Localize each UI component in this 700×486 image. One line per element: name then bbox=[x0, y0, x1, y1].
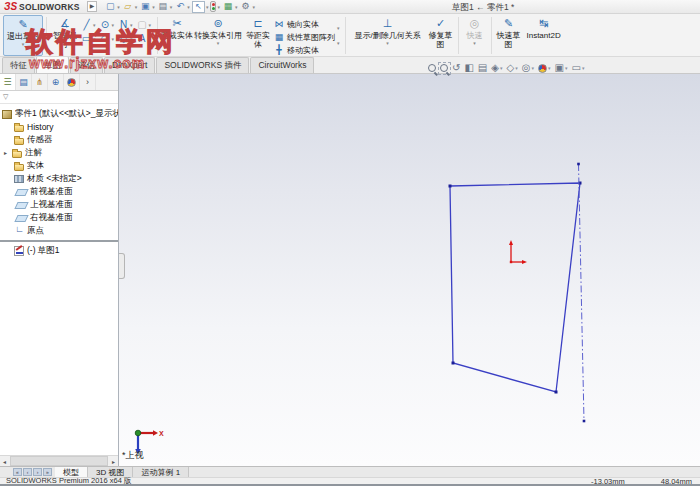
group-dropdowns[interactable]: ▾▾ bbox=[335, 15, 342, 56]
save-dropdown-icon[interactable]: ▾ bbox=[152, 4, 155, 10]
mirror-entities-button[interactable]: ⋈ 镜向实体 bbox=[273, 18, 335, 30]
rapid-sketch-button[interactable]: ✎ 快速草图 bbox=[495, 15, 523, 56]
quick-snaps-button[interactable]: ◎ 快速 ▾ bbox=[462, 15, 488, 56]
exit-sketch-button[interactable]: ✎ 退出草图 ▾ bbox=[3, 15, 43, 56]
sketch-profile[interactable] bbox=[450, 183, 580, 392]
last-tab-button[interactable]: » bbox=[43, 468, 52, 476]
apply-scene-dropdown-icon[interactable]: ▾ bbox=[565, 65, 568, 71]
display-delete-relations-button[interactable]: ⊥ 显示/删除几何关系 ▾ bbox=[349, 15, 427, 56]
convert-entities-dropdown-icon[interactable]: ▾ bbox=[217, 41, 220, 46]
offset-entities-button[interactable]: ⊏ 等距实体 bbox=[243, 15, 273, 56]
property-manager-tab[interactable]: ▤ bbox=[16, 74, 32, 90]
tree-filter[interactable]: ▽ bbox=[0, 91, 118, 104]
new-dropdown-icon[interactable]: ▾ bbox=[117, 4, 120, 10]
print-dropdown-icon[interactable]: ▾ bbox=[170, 4, 173, 10]
tree-item[interactable]: (-) 草图1 bbox=[0, 244, 118, 257]
rebuild-button[interactable]: ▾ bbox=[210, 1, 220, 12]
construction-line[interactable] bbox=[579, 164, 585, 421]
select-dropdown-icon[interactable]: ▾ bbox=[206, 4, 209, 10]
quick-snaps-dropdown-icon[interactable]: ▾ bbox=[473, 41, 476, 46]
dimxpert-manager-tab[interactable]: ⊕ bbox=[48, 74, 64, 90]
options-button[interactable]: ⚙▾ bbox=[239, 1, 255, 12]
section-view-button[interactable]: ◧ bbox=[464, 62, 473, 74]
sketch-vertex[interactable] bbox=[449, 185, 452, 188]
smart-dimension-button[interactable]: ∡ 智能尺寸 bbox=[50, 15, 80, 56]
panel-horizontal-scrollbar[interactable]: ◂ ▸ bbox=[0, 455, 118, 466]
rectangle-tool-dropdown-icon[interactable]: ▾ bbox=[93, 36, 96, 42]
undo-button[interactable]: ↶▾ bbox=[174, 1, 190, 12]
rebuild-dropdown-icon[interactable]: ▾ bbox=[217, 4, 220, 10]
polygon-tool-button[interactable]: ◇▾ bbox=[117, 33, 133, 44]
options-dropdown-icon[interactable]: ▾ bbox=[252, 4, 255, 10]
plane-tool-dropdown-icon[interactable]: ▾ bbox=[149, 22, 152, 28]
save-button[interactable]: ▣▾ bbox=[139, 1, 155, 12]
tree-item[interactable]: 实体 bbox=[0, 159, 118, 172]
hide-show-items-button[interactable]: ◎▾ bbox=[522, 62, 534, 74]
expand-arrow-icon[interactable]: ▸ bbox=[4, 149, 12, 156]
instant2d-button[interactable]: ↹ Instant2D bbox=[523, 15, 565, 56]
display-settings-dropdown-icon[interactable]: ▾ bbox=[235, 4, 238, 10]
tree-item[interactable]: ▸注解 bbox=[0, 146, 118, 159]
tab-SOLIDWORKS 插件[interactable]: SOLIDWORKS 插件 bbox=[156, 57, 249, 73]
tree-item[interactable]: 右视基准面 bbox=[0, 211, 118, 224]
tree-item[interactable]: 传感器 bbox=[0, 133, 118, 146]
tree-item[interactable]: 零件1 (默认<<默认>_显示状态 bbox=[0, 107, 118, 120]
open-button[interactable]: ▱▾ bbox=[122, 1, 138, 12]
display-delete-relations-dropdown-icon[interactable]: ▾ bbox=[386, 41, 389, 46]
tab-CircuitWorks[interactable]: CircuitWorks bbox=[250, 57, 314, 73]
repair-sketch-button[interactable]: ✓ 修复草图 bbox=[427, 15, 455, 56]
new-button[interactable]: ▢▾ bbox=[104, 1, 120, 12]
model-tab-运动算例 1[interactable]: 运动算例 1 bbox=[133, 467, 189, 477]
construction-endpoint[interactable] bbox=[577, 163, 580, 166]
tree-item[interactable]: History bbox=[0, 120, 118, 133]
panel-splitter-handle[interactable] bbox=[119, 253, 125, 279]
circle-tool-button[interactable]: ⊙▾ bbox=[99, 19, 115, 30]
exit-sketch-dropdown-icon[interactable]: ▾ bbox=[22, 42, 25, 47]
select-button[interactable]: ↖▾ bbox=[192, 1, 209, 13]
sketch-vertex[interactable] bbox=[555, 391, 558, 394]
construction-endpoint[interactable] bbox=[583, 420, 586, 423]
rollback-bar[interactable] bbox=[0, 240, 118, 242]
scrollbar-track[interactable] bbox=[10, 456, 108, 466]
move-entities-button[interactable]: ╋ 移动实体 bbox=[273, 44, 335, 56]
spline-tool-dropdown-icon[interactable]: ▾ bbox=[130, 22, 133, 28]
hide-show-items-dropdown-icon[interactable]: ▾ bbox=[531, 65, 534, 71]
print-button[interactable]: ▤▾ bbox=[157, 1, 173, 12]
previous-tab-button[interactable]: ‹ bbox=[23, 468, 32, 476]
undo-dropdown-icon[interactable]: ▾ bbox=[187, 4, 190, 10]
tab-DimXpert[interactable]: DimXpert bbox=[104, 57, 155, 73]
display-style-dropdown-icon[interactable]: ▾ bbox=[515, 65, 518, 71]
graphics-viewport[interactable]: X *上视 bbox=[119, 74, 700, 466]
trim-entities-button[interactable]: ✂ 剪裁实体 bbox=[161, 15, 193, 56]
zoom-area-button[interactable] bbox=[440, 64, 448, 72]
line-tool-dropdown-icon[interactable]: ▾ bbox=[93, 22, 96, 28]
open-dropdown-icon[interactable]: ▾ bbox=[135, 4, 138, 10]
display-manager-tab[interactable] bbox=[64, 74, 80, 90]
display-style-button[interactable]: ◇▾ bbox=[507, 62, 518, 74]
edit-appearance-dropdown-icon[interactable]: ▾ bbox=[548, 65, 551, 71]
first-tab-button[interactable]: « bbox=[13, 468, 22, 476]
view-orientation-dropdown-icon[interactable]: ▾ bbox=[500, 65, 503, 71]
display-settings-button[interactable]: ▦▾ bbox=[222, 1, 238, 12]
more-tabs-tab[interactable]: › bbox=[80, 74, 96, 90]
text-tool-button[interactable]: A▾ bbox=[136, 33, 152, 44]
spline-tool-button[interactable]: Ν▾ bbox=[117, 19, 133, 30]
polygon-tool-dropdown-icon[interactable]: ▾ bbox=[130, 36, 133, 42]
feature-manager-tab[interactable]: ☰ bbox=[0, 74, 16, 90]
linear-pattern-button[interactable]: ▦ 线性草图阵列 bbox=[273, 31, 335, 43]
view-settings-dropdown-icon[interactable]: ▾ bbox=[582, 65, 585, 71]
tab-评估[interactable]: 评估 bbox=[70, 57, 103, 73]
tree-item[interactable]: 前视基准面 bbox=[0, 185, 118, 198]
plane-tool-button[interactable]: ▢▾ bbox=[136, 19, 152, 30]
edit-appearance-button[interactable]: ▾ bbox=[538, 64, 551, 73]
sketch-canvas[interactable]: X bbox=[119, 74, 700, 466]
previous-view-button[interactable]: ↺ bbox=[452, 62, 460, 74]
scroll-right-icon[interactable]: ▸ bbox=[109, 458, 118, 465]
next-tab-button[interactable]: › bbox=[33, 468, 42, 476]
tab-特征[interactable]: 特征 bbox=[2, 57, 35, 73]
tab-草图[interactable]: 草图 bbox=[36, 56, 69, 73]
scroll-left-icon[interactable]: ◂ bbox=[0, 458, 9, 465]
arc-tool-button[interactable]: ◠▾ bbox=[99, 33, 115, 44]
convert-entities-button[interactable]: ⊚ 转换实体引用 ▾ bbox=[193, 15, 243, 56]
tree-item[interactable]: 上视基准面 bbox=[0, 198, 118, 211]
